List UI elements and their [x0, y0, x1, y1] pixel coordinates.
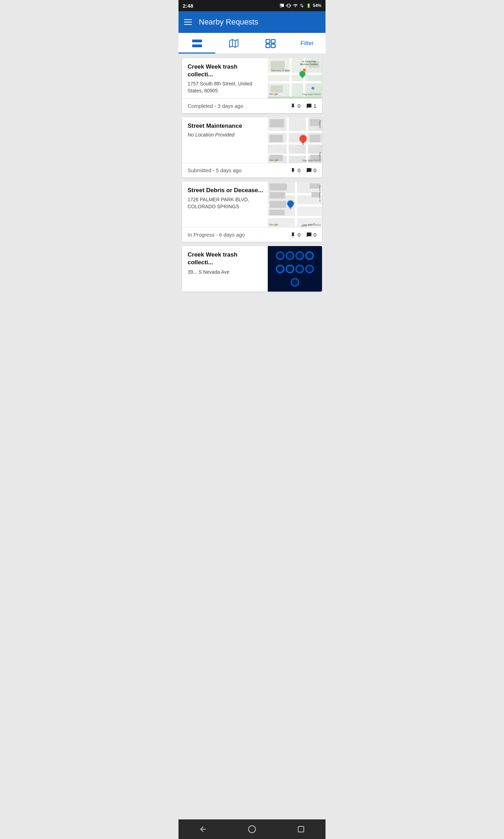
svg-rect-1	[192, 44, 202, 47]
pin-icon-2	[290, 168, 296, 173]
request-card-4[interactable]: Creek Week trash collecti... 39... S Nev…	[182, 246, 322, 292]
svg-rect-9	[298, 826, 304, 832]
svg-rect-5	[271, 40, 275, 43]
nav-bar	[178, 819, 326, 839]
status-time: 2:48	[183, 3, 193, 9]
card-status-2: Submitted - 5 days ago	[188, 167, 241, 173]
map-data-1: Map data ©2019	[302, 93, 321, 96]
google-logo-3: Google	[269, 223, 278, 226]
card-map-3: Buena Ventura St Palmer Park Bl Google M…	[268, 182, 322, 227]
card-map-4	[268, 246, 322, 292]
comment-count-3: 0	[306, 232, 316, 238]
pin-count-1: 0	[290, 103, 300, 109]
card-title-2: Street Maintenance	[188, 122, 264, 130]
status-icons: 🔋 54%	[280, 3, 321, 8]
comment-count-2: 0	[306, 167, 316, 173]
grid-view-icon	[265, 39, 276, 48]
tab-list[interactable]	[178, 33, 215, 54]
pin-count-value-2: 0	[298, 167, 300, 173]
card-bottom-2: Submitted - 5 days ago 0 0	[182, 163, 322, 177]
card-actions-2: 0 0	[290, 167, 316, 173]
comment-icon-1	[306, 103, 312, 109]
card-map-2: Tesla Dr Tesla Dr Google Map data ©2019	[268, 117, 322, 163]
card-top-4: Creek Week trash collecti... 39... S Nev…	[182, 246, 322, 292]
card-actions-3: 0 0	[290, 232, 316, 238]
card-title-1: Creek Week trash collecti...	[188, 63, 264, 78]
card-title-4: Creek Week trash collecti...	[188, 251, 264, 266]
svg-rect-7	[271, 44, 275, 48]
comment-count-1: 1	[306, 103, 316, 109]
card-address-4: 39... S Nevada Ave	[188, 269, 264, 276]
comment-count-value-3: 0	[314, 232, 316, 238]
pin-icon-1	[290, 103, 296, 109]
svg-rect-6	[266, 44, 270, 48]
pin-count-2: 0	[290, 167, 300, 173]
svg-rect-0	[192, 40, 202, 42]
card-top-1: Creek Week trash collecti... 1757 South …	[182, 58, 322, 98]
comment-icon-2	[306, 168, 312, 173]
card-actions-1: 0 1	[290, 103, 316, 109]
spacer	[178, 296, 326, 611]
card-top-3: Street Debris or Decease... 1726 PALMER …	[182, 182, 322, 227]
tab-grid[interactable]	[252, 33, 289, 54]
recents-button[interactable]	[290, 819, 312, 839]
recents-icon	[298, 826, 304, 833]
signal-icon	[300, 3, 304, 8]
request-card-2[interactable]: Street Maintenance No Location Provided	[182, 117, 322, 177]
card-bottom-3: In Progress - 6 days ago 0 0	[182, 228, 322, 242]
card-address-2: No Location Provided	[188, 132, 264, 138]
map-view-icon	[228, 39, 239, 48]
request-list: Creek Week trash collecti... 1757 South …	[178, 54, 326, 296]
pin-count-value-1: 0	[298, 103, 300, 109]
home-button[interactable]	[241, 819, 262, 839]
card-status-1: Completed - 3 days ago	[188, 103, 243, 109]
battery-icon: 🔋	[306, 4, 311, 8]
google-logo-2: Google	[269, 159, 278, 162]
back-button[interactable]	[192, 819, 214, 839]
card-address-1: 1757 South 8th Street, United States, 80…	[188, 81, 264, 94]
home-icon	[248, 825, 256, 833]
card-bottom-1: Completed - 3 days ago 0 1	[182, 99, 322, 113]
card-address-3: 1726 PALMER PARK BLVD, COLORADO SPRINGS	[188, 196, 264, 210]
card-top-2: Street Maintenance No Location Provided	[182, 117, 322, 163]
vibrate-icon	[286, 3, 291, 8]
tab-map[interactable]	[215, 33, 252, 54]
card-status-3: In Progress - 6 days ago	[188, 232, 245, 238]
cast-icon	[280, 3, 285, 8]
map-data-2: Map data ©2019	[302, 159, 321, 162]
card-info-4: Creek Week trash collecti... 39... S Nev…	[182, 246, 268, 292]
list-view-icon	[191, 39, 203, 48]
back-icon	[199, 825, 207, 833]
svg-point-8	[248, 826, 255, 833]
card-info-2: Street Maintenance No Location Provided	[182, 117, 268, 163]
tab-bar: Filter	[178, 33, 326, 54]
pin-count-3: 0	[290, 232, 300, 238]
map-data-3: Map data ©2019	[302, 224, 321, 226]
filter-label: Filter	[301, 40, 314, 47]
pin-icon-3	[290, 232, 296, 238]
battery-percent: 54%	[313, 3, 321, 8]
status-bar: 2:48 🔋 54%	[178, 0, 326, 11]
request-card-3[interactable]: Street Debris or Decease... 1726 PALMER …	[182, 182, 322, 242]
tab-filter[interactable]: Filter	[289, 33, 326, 54]
google-logo-1: Google	[269, 92, 278, 96]
card-info-1: Creek Week trash collecti... 1757 South …	[182, 58, 268, 98]
pin-count-value-3: 0	[298, 232, 300, 238]
svg-rect-4	[266, 40, 270, 43]
card-info-3: Street Debris or Decease... 1726 PALMER …	[182, 182, 268, 227]
hamburger-menu-button[interactable]	[184, 19, 192, 25]
request-card-1[interactable]: Creek Week trash collecti... 1757 South …	[182, 58, 322, 113]
page-title: Nearby Requests	[199, 18, 258, 27]
comment-icon-3	[306, 232, 312, 238]
card-title-3: Street Debris or Decease...	[188, 187, 264, 194]
card-map-1: La Cava FineMexican Cuisine Elements of …	[268, 58, 322, 98]
comment-count-value-2: 0	[314, 167, 316, 173]
comment-count-value-1: 1	[314, 103, 316, 109]
app-bar: Nearby Requests	[178, 11, 326, 33]
wifi-icon	[293, 3, 298, 8]
